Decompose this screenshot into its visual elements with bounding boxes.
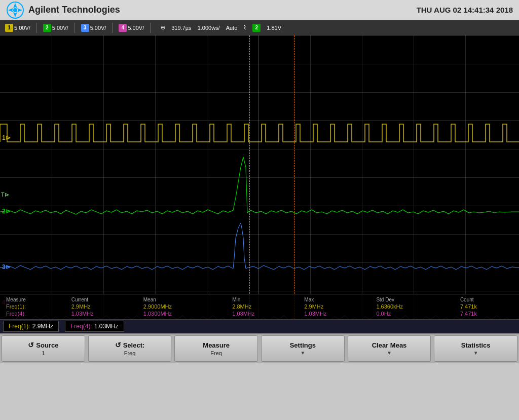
select-button[interactable]: ↺ Select: Freq xyxy=(88,335,172,362)
svg-marker-2 xyxy=(13,12,17,17)
statistics-label: Statistics xyxy=(461,341,491,349)
ch4-indicator: 4 xyxy=(119,24,127,32)
meas-row-ch1-label: Freq(1): xyxy=(4,303,69,310)
meas-col-max: Max xyxy=(302,296,374,303)
trigger-ch-indicator: 2 xyxy=(250,24,263,32)
meas-col-min: Min xyxy=(230,296,302,303)
meas-col-stddev: Std Dev xyxy=(374,296,458,303)
meas-col-mean: Mean xyxy=(141,296,231,303)
svg-marker-4 xyxy=(17,8,22,12)
ch1-scale[interactable]: 1 5.00V/ xyxy=(3,24,32,32)
meas-row-ch1-max: 2.9MHz xyxy=(302,303,374,310)
measurement-table: Measure Current Mean Min Max Std Dev Cou… xyxy=(4,296,515,317)
divider xyxy=(36,23,37,33)
freq4-status: Freq(4): 1.03MHz xyxy=(65,321,124,332)
select-refresh-icon: ↺ xyxy=(115,341,121,349)
meas-col-count: Count xyxy=(458,296,515,303)
ch1-scale-value: 5.00V/ xyxy=(14,25,30,31)
time-position: 319.7µs xyxy=(169,25,193,31)
waveform-display xyxy=(0,35,519,319)
oscilloscope-screen: 1⊳ 2⊳ T⊳ 3⊳ 4⊳ Measure Current Mean xyxy=(0,35,519,319)
freq1-status: Freq(1): 2.9MHz xyxy=(3,321,59,332)
ch3-indicator: 3 xyxy=(81,24,89,32)
meas-col-current: Current xyxy=(69,296,141,303)
agilent-logo-icon xyxy=(6,1,24,19)
divider xyxy=(150,23,151,33)
source-button-label: Source xyxy=(36,341,58,349)
settings-button[interactable]: Settings ▼ xyxy=(261,335,345,362)
ch2-scale-value: 5.00V/ xyxy=(52,25,68,31)
bottom-toolbar: ↺ Source 1 ↺ Select: Freq Measure Freq S… xyxy=(0,333,519,363)
divider xyxy=(75,23,75,33)
meas-row-ch4-current: 1.03MHz xyxy=(69,310,141,317)
meas-col-measure: Measure xyxy=(4,296,69,303)
trigger-level: 1.81V xyxy=(265,25,283,31)
meas-header-row: Measure Current Mean Min Max Std Dev Cou… xyxy=(4,296,515,303)
select-button-value: Freq xyxy=(124,350,136,356)
statistics-button[interactable]: Statistics ▼ xyxy=(434,335,517,362)
time-scale: 1.000ẃs/ xyxy=(196,25,222,31)
ch4-scale-value: 5.00V/ xyxy=(128,25,144,31)
freq4-label: Freq(4): xyxy=(70,323,92,330)
refresh-icon: ↺ xyxy=(28,341,34,349)
meas-row-ch4-max: 1.03MHz xyxy=(302,310,374,317)
meas-row-ch1-stddev: 1.6360kHz xyxy=(374,303,458,310)
meas-row-ch1-min: 2.8MHz xyxy=(230,303,302,310)
statistics-arrow-icon: ▼ xyxy=(473,350,478,356)
svg-marker-3 xyxy=(8,8,13,12)
trigger-ch-num: 2 xyxy=(252,24,261,32)
measure-freq-sub: Freq xyxy=(210,350,222,356)
header: Agilent Technologies THU AUG 02 14:41:34… xyxy=(0,0,519,20)
svg-marker-1 xyxy=(13,3,17,8)
select-button-label: Select: xyxy=(123,341,145,349)
freq1-label: Freq(1): xyxy=(9,323,30,330)
timestamp: THU AUG 02 14:41:34 2018 xyxy=(417,6,513,14)
ch2-indicator: 2 xyxy=(43,24,51,32)
meas-row-ch4-stddev: 0.0Hz xyxy=(374,310,458,317)
app-title: Agilent Technologies xyxy=(28,5,120,15)
meas-row-ch4-label: Freq(4): xyxy=(4,310,69,317)
freq1-value: 2.9MHz xyxy=(32,323,53,330)
measurement-overlay: Measure Current Mean Min Max Std Dev Cou… xyxy=(0,294,519,319)
svg-point-5 xyxy=(13,8,17,12)
clear-meas-button[interactable]: Clear Meas ▼ xyxy=(348,335,431,362)
source-button-value: 1 xyxy=(42,350,45,356)
meas-row-ch4: Freq(4): 1.03MHz 1.0300MHz 1.03MHz 1.03M… xyxy=(4,310,515,317)
meas-row-ch4-count: 7.471k xyxy=(458,310,515,317)
ch2-scale[interactable]: 2 5.00V/ xyxy=(41,24,70,32)
clear-meas-arrow-icon: ▼ xyxy=(387,350,392,356)
ch3-scale-value: 5.00V/ xyxy=(90,25,106,31)
meas-row-ch1-count: 7.471k xyxy=(458,303,515,310)
measure-freq-label: Measure xyxy=(203,341,230,349)
svg-rect-6 xyxy=(0,35,519,319)
meas-row-ch1: Freq(1): 2.9MHz 2.9000MHz 2.8MHz 2.9MHz … xyxy=(4,303,515,310)
trigger-mode: Auto xyxy=(224,25,240,31)
ch3-scale[interactable]: 3 5.00V/ xyxy=(79,24,108,32)
meas-row-ch4-min: 1.03MHz xyxy=(230,310,302,317)
ch4-scale[interactable]: 4 5.00V/ xyxy=(117,24,146,32)
toolbar: 1 5.00V/ 2 5.00V/ 3 5.00V/ 4 5.00V/ ⊕ 31… xyxy=(0,20,519,35)
freq4-value: 1.03MHz xyxy=(94,323,119,330)
meas-row-ch1-current: 2.9MHz xyxy=(69,303,141,310)
meas-row-ch1-mean: 2.9000MHz xyxy=(141,303,231,310)
clear-meas-label: Clear Meas xyxy=(372,341,407,349)
status-bar: Freq(1): 2.9MHz Freq(4): 1.03MHz xyxy=(0,319,519,333)
header-left: Agilent Technologies xyxy=(6,1,120,19)
source-button[interactable]: ↺ Source 1 xyxy=(2,335,85,362)
divider xyxy=(112,23,113,33)
ch1-indicator: 1 xyxy=(5,24,13,32)
meas-row-ch4-mean: 1.0300MHz xyxy=(141,310,231,317)
measure-freq-button[interactable]: Measure Freq xyxy=(174,335,258,362)
settings-arrow-icon: ▼ xyxy=(300,350,305,356)
trigger-edge-icon: ⌇ xyxy=(241,24,248,31)
trigger-symbol: ⊕ xyxy=(159,24,167,31)
settings-label: Settings xyxy=(290,341,316,349)
